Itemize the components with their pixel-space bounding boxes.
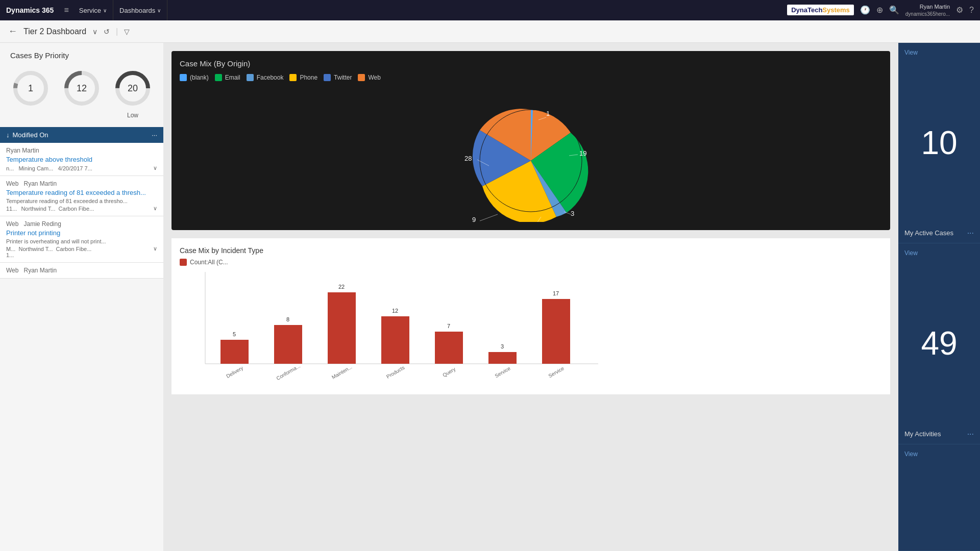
svg-text:28: 28 <box>464 155 472 162</box>
bar-query[interactable] <box>435 332 463 364</box>
legend-blank: (blank) <box>180 74 209 81</box>
list-item-title-1[interactable]: Temperature above threshold <box>6 156 157 163</box>
top-nav: Dynamics 365 ≡ Service ∨ Dashboards ∨ Dy… <box>0 0 980 20</box>
svg-text:Service: Service <box>548 365 566 379</box>
svg-text:Service: Service <box>494 365 512 379</box>
bar-delivery[interactable] <box>220 340 249 364</box>
right-card-view-1[interactable]: View <box>904 49 974 56</box>
svg-text:Products: Products <box>385 365 406 380</box>
list-header-label[interactable]: Modified On <box>13 131 48 139</box>
pie-chart-legend: (blank) Email Facebook Phone Twitter <box>180 74 882 81</box>
svg-text:Query: Query <box>442 366 456 378</box>
svg-text:17: 17 <box>553 290 559 296</box>
list-item-source-4: Web Ryan Martin <box>6 267 157 274</box>
list-item-title-3[interactable]: Printer not printing <box>6 229 157 237</box>
bar-products[interactable] <box>381 316 409 364</box>
donut-item-12[interactable]: 12 <box>61 68 102 119</box>
legend-phone: Phone <box>289 74 317 81</box>
bar-legend-dot <box>180 259 187 266</box>
legend-dot-phone <box>289 74 297 81</box>
expand-icon-3[interactable]: ∨ <box>153 245 157 252</box>
list-item-num-3: 1... <box>6 252 157 258</box>
svg-text:3: 3 <box>571 210 574 217</box>
main-content: Cases By Priority 1 <box>0 43 980 551</box>
svg-text:22: 22 <box>338 284 345 290</box>
list-header: ↓ Modified On ··· <box>0 127 163 143</box>
question-icon[interactable]: ? <box>969 6 974 15</box>
donut-value-20: 20 <box>128 83 138 94</box>
clock-icon[interactable]: 🕐 <box>860 5 870 15</box>
right-card-active-cases[interactable]: View 10 My Active Cases ··· <box>898 43 980 243</box>
svg-text:Delivery: Delivery <box>225 365 244 380</box>
svg-text:Mainten...: Mainten... <box>331 364 353 380</box>
list-item-subtitle-3: Printer is overheating and will not prin… <box>6 238 157 244</box>
list-item: Ryan Martin Temperature above threshold … <box>0 143 163 176</box>
donut-item-1[interactable]: 1 <box>10 68 51 119</box>
hamburger-icon[interactable]: ≡ <box>64 6 68 15</box>
svg-text:3: 3 <box>501 343 504 349</box>
list-item-source-2: Web Ryan Martin <box>6 180 157 187</box>
dynatech-logo: DynaTech Systems <box>787 5 854 15</box>
bar-mainten[interactable] <box>328 292 356 364</box>
svg-text:19: 19 <box>579 149 586 157</box>
bar-chart-svg: 5 Delivery 8 Conforma... 22 Mainten... 1… <box>180 272 598 384</box>
right-card-dots-1[interactable]: ··· <box>967 229 974 238</box>
sub-nav: ← Tier 2 Dashboard ∨ ↺ | ▽ <box>0 20 980 43</box>
donut-chart-12: 12 <box>61 68 102 109</box>
search-icon[interactable]: 🔍 <box>889 5 899 15</box>
app-name: Dynamics 365 <box>6 6 54 14</box>
list-item-title-2[interactable]: Temperature reading of 81 exceeded a thr… <box>6 189 157 196</box>
settings-icon[interactable]: ⚙ <box>956 5 963 15</box>
legend-twitter: Twitter <box>324 74 352 81</box>
expand-icon-2[interactable]: ∨ <box>153 205 157 212</box>
bar-chart-container: Case Mix by Incident Type Count:All (C..… <box>172 238 890 394</box>
right-card-view-2[interactable]: View <box>904 249 974 257</box>
right-card-view-3[interactable]: View <box>904 450 974 458</box>
pie-svg: 1 19 3 14 9 28 <box>444 89 618 222</box>
dashboard-title: Tier 2 Dashboard <box>23 27 86 36</box>
list-item-tags-1: n... Mining Cam... 4/20/2017 7... <box>6 165 92 171</box>
plus-circle-icon[interactable]: ⊕ <box>876 5 883 15</box>
list-item: Web Jamie Reding Printer not printing Pr… <box>0 216 163 263</box>
svg-text:1: 1 <box>546 110 550 117</box>
dashboards-menu[interactable]: Dashboards ∨ <box>113 0 167 20</box>
bar-service-2[interactable] <box>542 299 570 364</box>
legend-email: Email <box>215 74 240 81</box>
donut-item-20[interactable]: 20 Low <box>112 68 153 119</box>
donut-value-1: 1 <box>28 83 33 94</box>
legend-dot-facebook <box>247 74 254 81</box>
list-item-source-3: Web Jamie Reding <box>6 220 157 228</box>
right-card-label-1: My Active Cases <box>904 229 974 237</box>
legend-dot-email <box>215 74 222 81</box>
right-card-dots-2[interactable]: ··· <box>967 430 974 439</box>
right-card-activities[interactable]: View 49 My Activities ··· <box>898 243 980 444</box>
svg-text:12: 12 <box>392 308 398 314</box>
list-item: Web Ryan Martin <box>0 263 163 279</box>
bar-legend-label: Count:All (C... <box>190 259 228 266</box>
dropdown-icon[interactable]: ∨ <box>92 28 97 36</box>
list-item-tags-2: Northwind T... Carbon Fibe... <box>21 206 94 212</box>
svg-text:Conforma...: Conforma... <box>275 363 301 381</box>
list-item: Web Ryan Martin Temperature reading of 8… <box>0 176 163 216</box>
svg-text:7: 7 <box>447 323 450 329</box>
filter-icon[interactable]: ▽ <box>124 28 130 36</box>
legend-facebook: Facebook <box>247 74 284 81</box>
list-item-subtitle-2: Temperature reading of 81 exceeded a thr… <box>6 198 157 204</box>
service-menu[interactable]: Service ∨ <box>73 0 113 20</box>
list-item-owner-1: Ryan Martin <box>6 147 157 154</box>
list-header-dots[interactable]: ··· <box>152 131 157 139</box>
bar-service-1[interactable] <box>488 352 517 364</box>
donut-value-12: 12 <box>77 83 87 94</box>
right-card-3[interactable]: View <box>898 444 980 551</box>
sort-icon: ↓ <box>6 131 10 139</box>
expand-icon-1[interactable]: ∨ <box>153 165 157 171</box>
svg-line-19 <box>480 214 498 221</box>
pie-chart-area[interactable]: 1 19 3 14 9 28 <box>180 89 882 222</box>
right-card-number-1: 10 <box>904 56 974 229</box>
back-button[interactable]: ← <box>8 26 17 37</box>
right-card-number-2: 49 <box>904 257 974 430</box>
refresh-icon[interactable]: ↺ <box>104 28 110 36</box>
bar-conforma[interactable] <box>274 325 302 364</box>
priority-section: Cases By Priority 1 <box>0 43 163 127</box>
donut-chart-1: 1 <box>10 68 51 109</box>
